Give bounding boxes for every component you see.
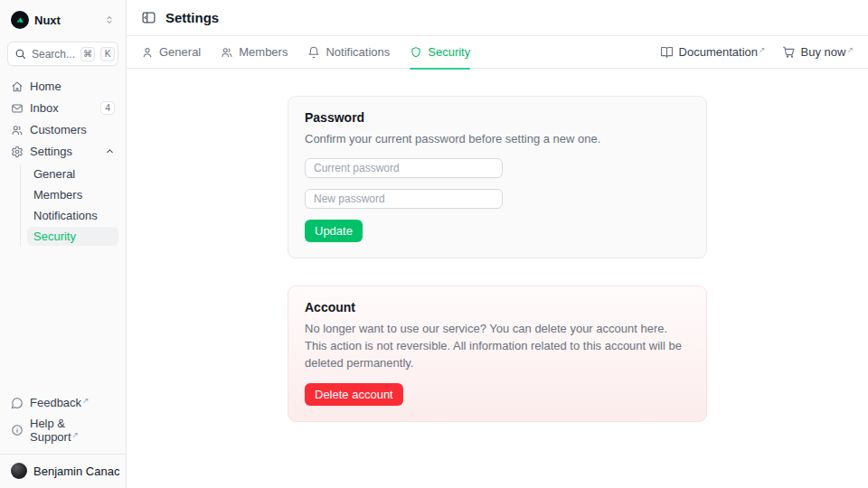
sidebar-item-security[interactable]: Security (27, 227, 118, 246)
sidebar-item-members[interactable]: Members (27, 185, 118, 204)
tab-general[interactable]: General (141, 36, 201, 69)
home-icon (11, 80, 24, 93)
main-area: Settings General Members Notifications (127, 0, 868, 488)
password-card-title: Password (305, 110, 690, 125)
gear-icon (11, 145, 24, 158)
users-icon (221, 46, 233, 59)
sidebar-item-customers[interactable]: Customers (7, 120, 118, 139)
tab-label: Security (428, 45, 470, 59)
sidebar-item-help-support[interactable]: Help & Support↗ (7, 414, 118, 446)
link-label: Buy now↗ (801, 45, 854, 59)
bell-icon (307, 46, 320, 59)
sidebar-item-label: Home (30, 80, 115, 93)
info-icon (11, 424, 24, 436)
settings-security-content: Password Confirm your current password b… (127, 69, 868, 488)
inbox-icon (11, 102, 24, 115)
team-selector[interactable]: Nuxt (7, 9, 118, 31)
password-card: Password Confirm your current password b… (288, 96, 707, 258)
sidebar-spacer (7, 246, 118, 393)
users-icon (11, 124, 24, 136)
sidebar-item-label: Help & Support↗ (30, 417, 115, 444)
tab-security[interactable]: Security (410, 36, 470, 69)
user-menu[interactable]: Benjamin Canac (7, 455, 118, 481)
kbd-cmd: ⌘ (80, 47, 95, 61)
sidebar-item-inbox[interactable]: Inbox 4 (7, 99, 118, 117)
new-password-field[interactable] (305, 189, 503, 209)
shield-icon (410, 46, 422, 59)
tab-label: Members (239, 45, 288, 59)
chevron-up-icon (105, 146, 115, 156)
avatar (11, 463, 27, 479)
external-link-icon: ↗ (846, 45, 854, 54)
external-link-icon: ↗ (759, 45, 766, 54)
kbd-k: K (100, 47, 115, 61)
sidebar-item-settings[interactable]: Settings (7, 142, 118, 161)
account-card-description: No longer want to use our service? You c… (305, 320, 690, 371)
delete-account-button[interactable]: Delete account (305, 383, 403, 406)
password-card-description: Confirm your current password before set… (305, 130, 690, 147)
user-icon (141, 46, 154, 59)
settings-subnav: General Members Notifications Security (20, 164, 118, 246)
sidebar-item-label: Inbox (30, 101, 94, 115)
search-icon (14, 48, 26, 60)
tab-members[interactable]: Members (221, 36, 288, 69)
sidebar-footer-nav: Feedback↗ Help & Support↗ (7, 393, 118, 446)
page-header: Settings (127, 0, 868, 36)
shopping-cart-icon (782, 45, 796, 59)
nuxt-logo-icon (11, 11, 29, 29)
sidebar-item-label: Settings (30, 145, 99, 158)
book-open-icon (660, 45, 674, 59)
page-title: Settings (165, 10, 219, 25)
sidebar-item-general[interactable]: General (27, 164, 118, 183)
sidebar: Nuxt Search... ⌘ K Home (0, 0, 127, 488)
sidebar-item-label: Security (33, 230, 112, 243)
account-card: Account No longer want to use our servic… (288, 286, 707, 422)
search-input[interactable]: Search... ⌘ K (7, 42, 118, 66)
link-label: Documentation↗ (679, 45, 766, 59)
external-link-icon: ↗ (82, 396, 90, 405)
app-window: Nuxt Search... ⌘ K Home (0, 0, 868, 488)
user-name: Benjamin Canac (33, 465, 119, 478)
search-placeholder: Search... (32, 48, 75, 61)
buy-now-link[interactable]: Buy now↗ (782, 45, 854, 59)
header-links: Documentation↗ Buy now↗ (660, 45, 854, 59)
chevron-updown-icon (104, 14, 115, 25)
sidebar-item-label: General (33, 167, 112, 181)
sidebar-item-label: Feedback↗ (30, 396, 115, 409)
sidebar-item-label: Members (33, 188, 112, 202)
settings-tabbar: General Members Notifications Security (127, 36, 868, 69)
sidebar-item-label: Customers (30, 123, 115, 136)
sidebar-toggle-button[interactable] (141, 10, 156, 25)
external-link-icon: ↗ (72, 430, 80, 439)
chat-bubble-icon (11, 397, 24, 409)
current-password-field[interactable] (305, 158, 503, 178)
sidebar-item-notifications[interactable]: Notifications (27, 206, 118, 225)
account-card-title: Account (305, 300, 690, 314)
inbox-count-badge: 4 (100, 101, 115, 115)
update-button[interactable]: Update (305, 220, 363, 242)
tab-label: General (159, 45, 201, 59)
sidebar-item-label: Notifications (33, 209, 112, 222)
documentation-link[interactable]: Documentation↗ (660, 45, 766, 59)
tab-label: Notifications (326, 45, 390, 59)
sidebar-nav: Home Inbox 4 Customers Settings (7, 77, 118, 246)
tab-notifications[interactable]: Notifications (307, 36, 390, 69)
sidebar-item-feedback[interactable]: Feedback↗ (7, 393, 118, 412)
sidebar-item-home[interactable]: Home (7, 77, 118, 96)
team-name: Nuxt (34, 14, 99, 27)
